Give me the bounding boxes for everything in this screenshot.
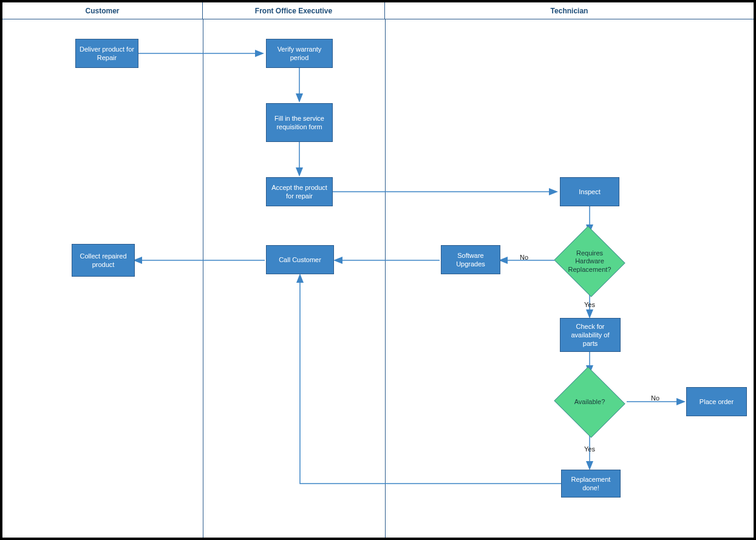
process-inspect: Inspect bbox=[560, 177, 619, 206]
process-collect-repaired: Collect repaired product bbox=[72, 244, 135, 277]
lane-title: Technician bbox=[551, 7, 588, 15]
swimlane-flowchart: Customer Front Office Executive Technici… bbox=[0, 0, 756, 540]
lane-header-front-office: Front Office Executive bbox=[203, 2, 385, 19]
decision-label: Available? bbox=[553, 369, 626, 436]
process-label: Deliver product for Repair bbox=[78, 45, 135, 62]
decision-label: Requires Hardware Replacement? bbox=[553, 228, 626, 295]
process-label: Collect repaired product bbox=[75, 252, 132, 269]
process-accept-product: Accept the product for repair bbox=[266, 177, 333, 206]
lane-title: Customer bbox=[85, 7, 119, 15]
edge-label-yes: Yes bbox=[584, 445, 595, 453]
lane-header-customer: Customer bbox=[2, 2, 203, 19]
process-check-parts: Check for availability of parts bbox=[560, 318, 621, 352]
process-label: Fill in the service requisition form bbox=[269, 114, 330, 132]
process-label: Call Customer bbox=[279, 255, 321, 264]
process-label: Check for availability of parts bbox=[563, 322, 618, 348]
decision-available: Available? bbox=[553, 369, 626, 436]
lane-divider bbox=[203, 19, 203, 538]
lane-title: Front Office Executive bbox=[255, 7, 332, 15]
lane-divider bbox=[385, 19, 386, 538]
process-fill-form: Fill in the service requisition form bbox=[266, 103, 333, 142]
process-label: Inspect bbox=[579, 187, 600, 196]
edge-label-no: No bbox=[651, 394, 659, 402]
process-label: Software Upgrades bbox=[444, 251, 497, 269]
process-software-upgrades: Software Upgrades bbox=[441, 245, 500, 274]
process-label: Replacement done! bbox=[564, 475, 618, 493]
process-label: Accept the product for repair bbox=[269, 183, 330, 201]
decision-requires-hardware: Requires Hardware Replacement? bbox=[553, 228, 626, 295]
process-label: Place order bbox=[700, 397, 734, 406]
process-deliver-product: Deliver product for Repair bbox=[75, 39, 138, 68]
edge-label-yes: Yes bbox=[584, 301, 595, 308]
process-call-customer: Call Customer bbox=[266, 245, 334, 274]
process-verify-warranty: Verify warranty period bbox=[266, 39, 333, 68]
process-replacement-done: Replacement done! bbox=[561, 470, 621, 498]
lane-header-technician: Technician bbox=[385, 2, 754, 19]
process-label: Verify warranty period bbox=[269, 45, 330, 62]
edge-label-no: No bbox=[520, 254, 528, 261]
process-place-order: Place order bbox=[686, 387, 747, 416]
